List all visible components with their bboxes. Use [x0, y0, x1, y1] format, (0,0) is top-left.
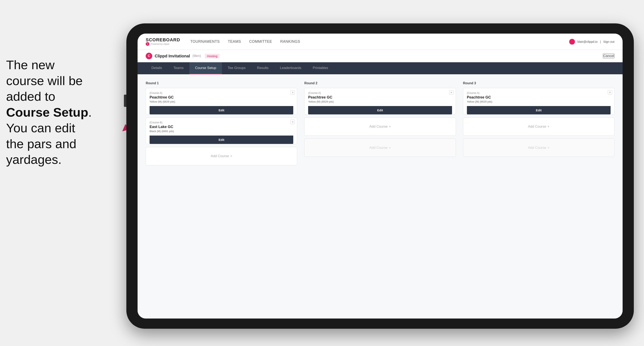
tab-results[interactable]: Results: [251, 62, 274, 74]
sub-header: C Clippd Invitational (Men) Hosting Canc…: [138, 50, 622, 62]
tab-course-setup[interactable]: Course Setup: [189, 62, 222, 74]
nav-teams[interactable]: TEAMS: [228, 39, 241, 44]
tab-leaderboards[interactable]: Leaderboards: [274, 62, 307, 74]
tournament-logo-icon: C: [146, 53, 152, 59]
user-email: blair@clippd.io: [577, 40, 598, 43]
tab-printables[interactable]: Printables: [307, 62, 334, 74]
round1-add-course-button[interactable]: Add Course +: [146, 147, 297, 165]
brand-logo: SCOREBOARD c Powered by clippd: [146, 38, 180, 46]
tablet-screen: SCOREBOARD c Powered by clippd TOURNAMEN…: [138, 34, 622, 319]
cancel-button[interactable]: Cancel: [603, 53, 614, 58]
round3-add-course-disabled: Add Course +: [463, 139, 614, 157]
round2-course-a-card: × (Course A) Peachtree GC Yellow (M) (66…: [304, 88, 456, 115]
round1-course-a-delete-button[interactable]: ×: [290, 90, 295, 95]
round3-course-a-delete-button[interactable]: ×: [608, 90, 612, 95]
round2-add-course-button[interactable]: Add Course +: [304, 117, 456, 136]
round2-course-a-name: Peachtree GC: [308, 95, 452, 100]
round-2-column: Round 2 × (Course A) Peachtree GC Yellow…: [304, 81, 456, 168]
round1-course-b-tee: Black (M) (6891 yds): [150, 130, 293, 133]
rounds-grid: Round 1 × (Course A) Peachtree GC Yellow…: [146, 81, 614, 168]
nav-tournaments[interactable]: TOURNAMENTS: [190, 39, 220, 44]
round-3-column: Round 3 × (Course A) Peachtree GC Yellow…: [463, 81, 614, 168]
round1-course-a-tag: (Course A): [150, 91, 293, 94]
round2-course-a-delete-button[interactable]: ×: [449, 90, 454, 95]
round3-course-a-name: Peachtree GC: [467, 95, 610, 100]
left-annotation: The new course will be added to Course S…: [6, 57, 124, 168]
nav-separator: |: [600, 40, 601, 43]
round3-course-a-edit-button[interactable]: Edit: [467, 106, 610, 114]
round2-course-a-tee: Yellow (M) (6629 yds): [308, 100, 452, 103]
round1-course-a-edit-button[interactable]: Edit: [150, 106, 293, 114]
round2-course-a-tag: (Course A): [308, 91, 452, 94]
nav-committee[interactable]: COMMITTEE: [249, 39, 272, 44]
round3-course-a-card: × (Course A) Peachtree GC Yellow (M) (66…: [463, 88, 614, 115]
round-1-column: Round 1 × (Course A) Peachtree GC Yellow…: [146, 81, 297, 168]
tournament-name: Clippd Invitational: [155, 54, 190, 58]
brand-name: SCOREBOARD: [146, 38, 180, 42]
round1-course-a-tee: Yellow (M) (6629 yds): [150, 100, 293, 103]
round1-course-b-edit-button[interactable]: Edit: [150, 136, 293, 144]
round1-course-a-card: × (Course A) Peachtree GC Yellow (M) (66…: [146, 88, 297, 115]
round2-add-course-disabled: Add Course +: [304, 139, 456, 157]
brand-c-icon: c: [146, 42, 150, 46]
tab-navigation: Details Teams Course Setup Tee Groups Re…: [138, 62, 622, 74]
brand-tagline: c Powered by clippd: [146, 42, 180, 46]
top-nav: SCOREBOARD c Powered by clippd TOURNAMEN…: [138, 34, 622, 50]
main-content: Round 1 × (Course A) Peachtree GC Yellow…: [138, 74, 622, 319]
round1-course-a-name: Peachtree GC: [150, 95, 293, 100]
tournament-title: C Clippd Invitational (Men) Hosting: [146, 53, 220, 59]
round1-course-b-card: × (Course B) East Lake GC Black (M) (689…: [146, 117, 297, 144]
nav-rankings[interactable]: RANKINGS: [280, 39, 300, 44]
round3-course-a-tee: Yellow (M) (6629 yds): [467, 100, 610, 103]
round1-course-b-delete-button[interactable]: ×: [290, 120, 295, 124]
round-3-label: Round 3: [463, 81, 614, 85]
round3-add-course-button[interactable]: Add Course +: [463, 117, 614, 136]
tab-teams[interactable]: Teams: [168, 62, 189, 74]
round1-course-b-tag: (Course B): [150, 121, 293, 124]
round1-course-b-name: East Lake GC: [150, 125, 293, 129]
round-2-label: Round 2: [304, 81, 456, 85]
tournament-gender: (Men): [192, 54, 201, 58]
hosting-badge: Hosting: [205, 54, 220, 58]
round2-course-a-edit-button[interactable]: Edit: [308, 106, 452, 114]
tablet-frame: SCOREBOARD c Powered by clippd TOURNAMEN…: [126, 23, 634, 329]
round3-course-a-tag: (Course A): [467, 91, 610, 94]
tab-details[interactable]: Details: [146, 62, 168, 74]
user-area: blair@clippd.io | Sign out: [569, 39, 614, 45]
tab-tee-groups[interactable]: Tee Groups: [222, 62, 251, 74]
avatar: [569, 39, 575, 45]
round-1-label: Round 1: [146, 81, 297, 85]
sign-out-link[interactable]: Sign out: [603, 40, 614, 43]
main-navigation: TOURNAMENTS TEAMS COMMITTEE RANKINGS: [190, 39, 570, 44]
